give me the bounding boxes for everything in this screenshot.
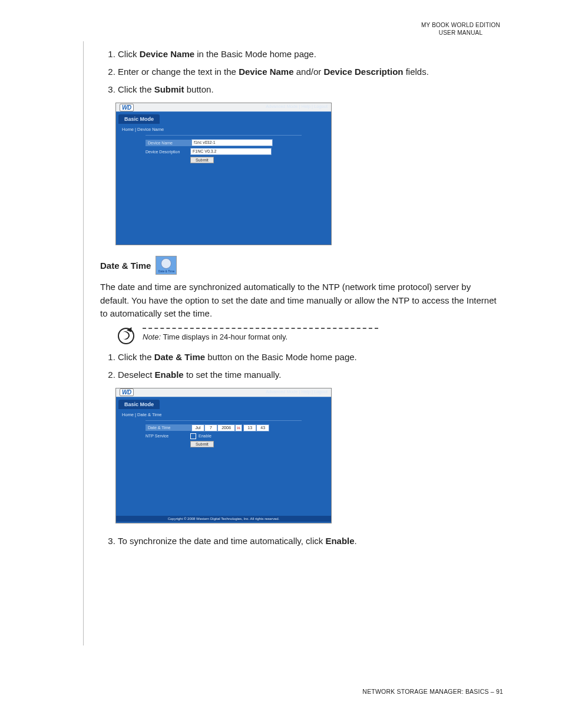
shot1-breadcrumb: Home | Device Name: [116, 124, 331, 135]
wd-logo: WD: [120, 104, 134, 111]
clock-icon: [161, 258, 171, 269]
calendar-icon[interactable]: 31: [235, 424, 242, 431]
shot2-toplinks[interactable]: Advanced Mode | Help | Logout: [266, 389, 328, 394]
label-ntp-service: NTP Service: [146, 434, 190, 438]
input-device-name[interactable]: f1nc v032-1: [191, 139, 273, 146]
select-year[interactable]: 2008: [217, 424, 235, 431]
select-min[interactable]: 43: [256, 424, 269, 431]
screenshot-device-name: WD Advanced Mode | Help | Logout Basic M…: [115, 103, 332, 245]
select-day[interactable]: 7: [204, 424, 217, 431]
input-device-description[interactable]: F1NC V0.3.2: [190, 148, 272, 155]
step-3: Click the Submit button.: [118, 83, 500, 97]
vertical-rule: [83, 41, 84, 645]
date-time-intro: The date and time are synchronized autom…: [100, 281, 500, 321]
section-date-time: Date & Time Date & Time: [100, 256, 500, 275]
page-footer: NETWORK STORAGE MANAGER: BASICS – 91: [362, 688, 503, 695]
doc-header-line2: USER MANUAL: [421, 29, 500, 37]
select-month[interactable]: Jul: [191, 424, 204, 431]
screenshot-date-time: WD Advanced Mode | Help | Logout Basic M…: [115, 388, 332, 523]
page-content: Click Device Name in the Basic Mode home…: [100, 18, 500, 548]
shot2-tab-basic-mode[interactable]: Basic Mode: [118, 400, 160, 409]
step-2: Enter or change the text in the Device N…: [118, 65, 500, 79]
doc-header-line1: MY BOOK WORLD EDITION: [421, 21, 500, 29]
note-rule: [143, 328, 378, 329]
steps-date-time-b: To synchronize the date and time automat…: [100, 534, 500, 548]
date-time-icon: Date & Time: [156, 256, 177, 275]
select-hour[interactable]: 13: [243, 424, 256, 431]
shot1-toplinks[interactable]: Advanced Mode | Help | Logout: [266, 104, 328, 109]
label-device-description: Device Description: [146, 150, 190, 154]
note-text: Note: Time displays in 24-hour format on…: [143, 332, 500, 341]
shot1-tab-basic-mode[interactable]: Basic Mode: [118, 114, 160, 124]
shot2-breadcrumb: Home | Date & Time: [116, 409, 331, 420]
steps-device-name: Click Device Name in the Basic Mode home…: [100, 47, 500, 97]
note-icon: [118, 328, 134, 344]
checkbox-enable[interactable]: [190, 433, 196, 439]
shot2-panel: Date & Time Jul 7 2008 31 13 43 NTP Serv…: [146, 420, 302, 447]
doc-header: MY BOOK WORLD EDITION USER MANUAL: [421, 21, 500, 37]
submit-button[interactable]: Submit: [190, 441, 214, 447]
step-1: Click Device Name in the Basic Mode home…: [118, 47, 500, 61]
dt-step-3: To synchronize the date and time automat…: [118, 534, 500, 548]
enable-label: Enable: [199, 434, 211, 438]
wd-logo: WD: [120, 388, 134, 396]
submit-button[interactable]: Submit: [190, 157, 214, 163]
steps-date-time-a: Click the Date & Time button on the Basi…: [100, 350, 500, 382]
note-box: Note: Time displays in 24-hour format on…: [118, 328, 500, 344]
dt-step-1: Click the Date & Time button on the Basi…: [118, 350, 500, 364]
shot1-panel: Device Name f1nc v032-1 Device Descripti…: [146, 135, 302, 163]
label-date-time: Date & Time: [146, 424, 191, 431]
section-title: Date & Time: [100, 261, 151, 271]
shot2-copyright: Copyright © 2008 Western Digital Technol…: [116, 516, 331, 522]
dt-step-2: Deselect Enable to set the time manually…: [118, 368, 500, 382]
label-device-name: Device Name: [146, 140, 191, 146]
